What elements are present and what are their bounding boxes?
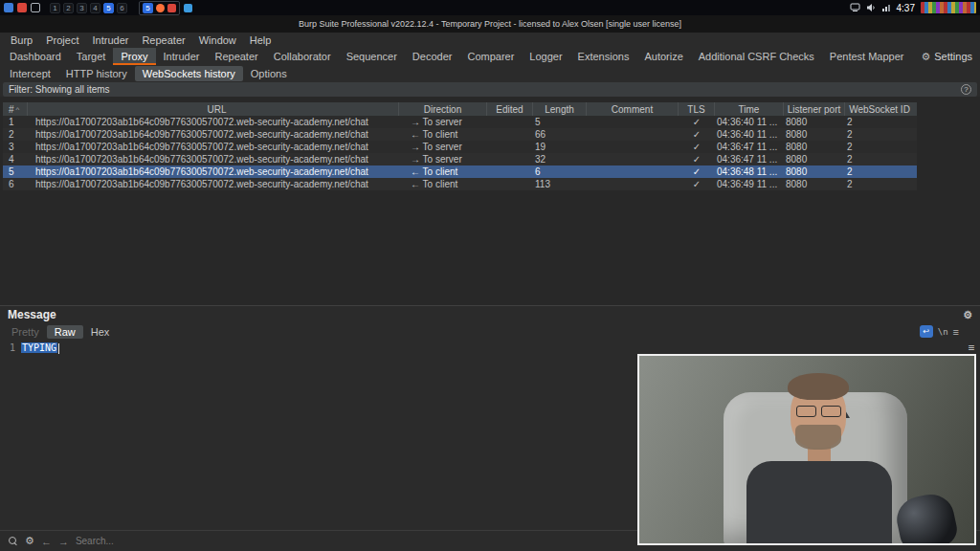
menu-burp[interactable]: Burp	[4, 34, 39, 46]
network-icon[interactable]	[881, 3, 891, 12]
cell-websocket-id: 2	[845, 142, 914, 152]
app-icon-blue[interactable]	[184, 4, 192, 12]
table-row[interactable]: 4https://0a17007203ab1b64c09b77630057007…	[3, 153, 917, 165]
col-time[interactable]: Time	[715, 102, 784, 116]
menu-project[interactable]: Project	[39, 34, 85, 46]
cell-num: 5	[3, 166, 28, 177]
help-icon[interactable]: ?	[961, 84, 971, 95]
tab-extensions[interactable]: Extensions	[570, 48, 637, 65]
next-match-icon[interactable]: →	[58, 536, 69, 547]
menu-intruder[interactable]: Intruder	[86, 34, 136, 46]
tab-repeater[interactable]: Repeater	[207, 48, 265, 65]
main-tabs: DashboardTargetProxyIntruderRepeaterColl…	[0, 48, 980, 65]
menu-repeater[interactable]: Repeater	[135, 34, 191, 46]
subtab-http-history[interactable]: HTTP history	[58, 66, 135, 81]
workspace-3[interactable]: 3	[77, 3, 87, 13]
search-input[interactable]	[76, 536, 286, 546]
cell-url: https://0a17007203ab1b64c09b776300570072…	[28, 154, 399, 165]
workspace-6[interactable]: 6	[117, 3, 127, 13]
editor-toolbar: ↩ \n ≡	[920, 325, 980, 338]
display-icon[interactable]	[850, 3, 860, 12]
cell-direction: ← To client	[399, 179, 487, 189]
cell-direction: ← To client	[399, 129, 487, 140]
col-direction[interactable]: Direction	[399, 102, 487, 116]
websockets-history-table: #^ URL Direction Edited Length Comment T…	[3, 102, 917, 190]
settings-button[interactable]: ⚙ Settings	[921, 48, 980, 65]
previous-match-icon[interactable]: ←	[41, 536, 52, 547]
tab-intruder[interactable]: Intruder	[156, 48, 208, 65]
menu-help[interactable]: Help	[243, 34, 278, 46]
table-row[interactable]: 3https://0a17007203ab1b64c09b77630057007…	[3, 141, 917, 153]
word-wrap-icon[interactable]: ↩	[920, 325, 933, 338]
tab-target[interactable]: Target	[69, 48, 114, 65]
search-icon[interactable]	[8, 536, 18, 546]
firefox-icon[interactable]	[156, 4, 165, 12]
tab-sequencer[interactable]: Sequencer	[339, 48, 405, 65]
workspace-4[interactable]: 4	[90, 3, 100, 13]
editor-menu-icon[interactable]: ≡	[953, 326, 959, 338]
col-length[interactable]: Length	[533, 102, 587, 116]
cell-tls: ✓	[679, 154, 715, 165]
workspace-2[interactable]: 2	[63, 3, 74, 13]
person-shirt	[746, 461, 892, 545]
cell-time: 04:36:49 11 ...	[715, 179, 784, 189]
col-tls[interactable]: TLS	[679, 102, 715, 116]
app-icon-red[interactable]	[167, 4, 176, 12]
cell-url: https://0a17007203ab1b64c09b776300570072…	[28, 117, 399, 127]
tab-comparer[interactable]: Comparer	[459, 48, 522, 65]
tab-decoder[interactable]: Decoder	[405, 48, 460, 65]
subtab-websockets-history[interactable]: WebSockets history	[135, 66, 243, 81]
col-num[interactable]: #^	[3, 102, 28, 116]
tab-dashboard[interactable]: Dashboard	[2, 48, 69, 65]
cell-websocket-id: 2	[845, 154, 914, 165]
subtab-intercept[interactable]: Intercept	[2, 66, 58, 81]
websockets-history-section: #^ URL Direction Edited Length Comment T…	[0, 97, 980, 305]
cell-direction: ← To client	[399, 166, 487, 177]
launcher-icon-red[interactable]	[17, 3, 27, 12]
editor-content[interactable]: TYPING	[15, 340, 59, 530]
tab-autorize[interactable]: Autorize	[636, 48, 690, 65]
table-row[interactable]: 2https://0a17007203ab1b64c09b77630057007…	[3, 128, 917, 141]
active-workspace-tile[interactable]: 5	[143, 3, 153, 13]
cell-listener-port: 8080	[784, 129, 845, 140]
filter-label: Filter: Showing all items	[9, 84, 110, 95]
msgtab-pretty[interactable]: Pretty	[4, 325, 47, 339]
cell-tls: ✓	[679, 142, 715, 152]
search-settings-gear-icon[interactable]: ⚙	[25, 535, 34, 547]
table-row[interactable]: 5https://0a17007203ab1b64c09b77630057007…	[3, 165, 917, 178]
tab-pentest-mapper[interactable]: Pentest Mapper	[822, 48, 912, 65]
show-newlines-icon[interactable]: \n	[938, 327, 948, 337]
subtab-options[interactable]: Options	[243, 66, 295, 81]
launcher-icon-outline[interactable]	[31, 3, 40, 12]
gear-icon: ⚙	[921, 51, 930, 63]
tab-collaborator[interactable]: Collaborator	[266, 48, 339, 65]
table-row[interactable]: 1https://0a17007203ab1b64c09b77630057007…	[3, 116, 917, 128]
msgtab-hex[interactable]: Hex	[83, 325, 118, 339]
message-settings-gear-icon[interactable]: ⚙	[963, 309, 972, 321]
workspace-5[interactable]: 5	[103, 3, 114, 13]
filter-bar[interactable]: Filter: Showing all items ?	[3, 82, 977, 97]
cell-tls: ✓	[679, 129, 715, 140]
sort-indicator: ^	[16, 105, 20, 114]
tab-additional-csrf-checks[interactable]: Additional CSRF Checks	[691, 48, 822, 65]
volume-icon[interactable]	[866, 3, 876, 12]
col-comment[interactable]: Comment	[587, 102, 679, 116]
tab-proxy[interactable]: Proxy	[113, 48, 155, 65]
col-listener-port[interactable]: Listener port	[784, 102, 845, 116]
message-tab-list: PrettyRawHex	[4, 325, 117, 339]
col-edited[interactable]: Edited	[487, 102, 533, 116]
msgtab-raw[interactable]: Raw	[47, 325, 83, 339]
cell-tls: ✓	[679, 166, 715, 177]
col-url[interactable]: URL	[28, 102, 399, 116]
inspector-icon[interactable]: ≡	[969, 342, 975, 354]
table-header: #^ URL Direction Edited Length Comment T…	[3, 102, 917, 116]
launcher-icon-blue[interactable]	[4, 3, 13, 12]
table-row[interactable]: 6https://0a17007203ab1b64c09b77630057007…	[3, 178, 917, 190]
cell-num: 6	[3, 179, 28, 189]
col-websocket-id[interactable]: WebSocket ID	[845, 102, 914, 116]
workspace-1[interactable]: 1	[50, 3, 60, 13]
menu-window[interactable]: Window	[192, 34, 243, 46]
cell-time: 04:36:47 11 ...	[715, 142, 784, 152]
tab-logger[interactable]: Logger	[522, 48, 569, 65]
cell-time: 04:36:40 11 ...	[715, 117, 784, 127]
